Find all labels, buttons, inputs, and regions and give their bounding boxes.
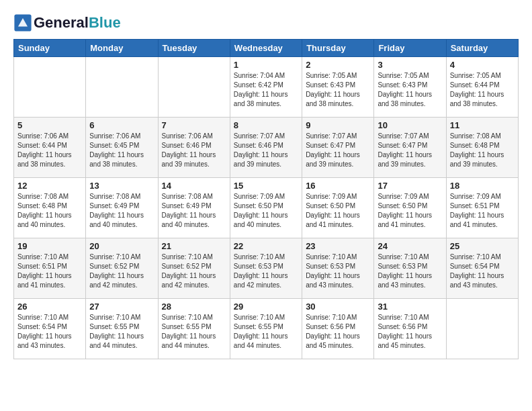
calendar-cell: 31Sunrise: 7:10 AMSunset: 6:56 PMDayligh… — [374, 299, 446, 359]
calendar-cell: 22Sunrise: 7:10 AMSunset: 6:53 PMDayligh… — [230, 238, 302, 299]
calendar-cell: 27Sunrise: 7:10 AMSunset: 6:55 PMDayligh… — [86, 299, 158, 359]
calendar-cell: 14Sunrise: 7:08 AMSunset: 6:49 PMDayligh… — [158, 178, 230, 238]
logo-text: GeneralBlue — [34, 15, 121, 31]
day-number: 15 — [234, 181, 298, 191]
day-info: Sunrise: 7:07 AMSunset: 6:47 PMDaylight:… — [306, 132, 370, 169]
calendar-cell: 15Sunrise: 7:09 AMSunset: 6:50 PMDayligh… — [230, 178, 302, 238]
day-number: 24 — [378, 241, 442, 251]
day-number: 29 — [234, 302, 298, 312]
weekday-header: Sunday — [14, 40, 86, 57]
calendar-cell — [158, 57, 230, 118]
day-number: 3 — [378, 60, 442, 70]
calendar-cell — [86, 57, 158, 118]
calendar-cell: 19Sunrise: 7:10 AMSunset: 6:51 PMDayligh… — [14, 238, 86, 299]
day-number: 25 — [450, 241, 515, 251]
day-number: 20 — [89, 241, 154, 251]
calendar-cell: 5Sunrise: 7:06 AMSunset: 6:44 PMDaylight… — [14, 118, 86, 178]
day-info: Sunrise: 7:09 AMSunset: 6:51 PMDaylight:… — [450, 192, 515, 230]
day-info: Sunrise: 7:06 AMSunset: 6:45 PMDaylight:… — [89, 132, 154, 169]
day-info: Sunrise: 7:10 AMSunset: 6:56 PMDaylight:… — [378, 313, 442, 351]
day-info: Sunrise: 7:09 AMSunset: 6:50 PMDaylight:… — [234, 192, 298, 230]
day-info: Sunrise: 7:07 AMSunset: 6:46 PMDaylight:… — [234, 132, 298, 169]
day-info: Sunrise: 7:10 AMSunset: 6:55 PMDaylight:… — [89, 313, 154, 351]
day-number: 10 — [378, 120, 442, 130]
weekday-header: Saturday — [446, 40, 518, 57]
calendar-cell: 18Sunrise: 7:09 AMSunset: 6:51 PMDayligh… — [446, 178, 518, 238]
calendar-cell: 20Sunrise: 7:10 AMSunset: 6:52 PMDayligh… — [86, 238, 158, 299]
day-info: Sunrise: 7:06 AMSunset: 6:44 PMDaylight:… — [17, 132, 82, 169]
calendar-week-row: 1Sunrise: 7:04 AMSunset: 6:42 PMDaylight… — [14, 57, 519, 118]
day-number: 2 — [306, 60, 370, 70]
day-number: 23 — [306, 241, 370, 251]
day-number: 5 — [17, 120, 82, 130]
day-info: Sunrise: 7:07 AMSunset: 6:47 PMDaylight:… — [378, 132, 442, 169]
day-info: Sunrise: 7:08 AMSunset: 6:48 PMDaylight:… — [450, 132, 515, 169]
weekday-header: Tuesday — [158, 40, 230, 57]
day-info: Sunrise: 7:08 AMSunset: 6:49 PMDaylight:… — [162, 192, 226, 230]
weekday-header: Friday — [374, 40, 446, 57]
day-info: Sunrise: 7:10 AMSunset: 6:52 PMDaylight:… — [89, 253, 154, 290]
calendar-cell: 28Sunrise: 7:10 AMSunset: 6:55 PMDayligh… — [158, 299, 230, 359]
day-number: 18 — [450, 181, 515, 191]
day-info: Sunrise: 7:06 AMSunset: 6:46 PMDaylight:… — [162, 132, 226, 169]
calendar-cell: 6Sunrise: 7:06 AMSunset: 6:45 PMDaylight… — [86, 118, 158, 178]
day-info: Sunrise: 7:10 AMSunset: 6:53 PMDaylight:… — [234, 253, 298, 290]
calendar-cell: 8Sunrise: 7:07 AMSunset: 6:46 PMDaylight… — [230, 118, 302, 178]
day-number: 19 — [17, 241, 82, 251]
day-info: Sunrise: 7:10 AMSunset: 6:56 PMDaylight:… — [306, 313, 370, 351]
calendar-cell: 3Sunrise: 7:05 AMSunset: 6:43 PMDaylight… — [374, 57, 446, 118]
day-number: 13 — [89, 181, 154, 191]
calendar-table: SundayMondayTuesdayWednesdayThursdayFrid… — [13, 39, 519, 359]
day-number: 12 — [17, 181, 82, 191]
day-info: Sunrise: 7:09 AMSunset: 6:50 PMDaylight:… — [378, 192, 442, 230]
day-number: 27 — [89, 302, 154, 312]
calendar-cell: 17Sunrise: 7:09 AMSunset: 6:50 PMDayligh… — [374, 178, 446, 238]
calendar-cell: 7Sunrise: 7:06 AMSunset: 6:46 PMDaylight… — [158, 118, 230, 178]
day-number: 26 — [17, 302, 82, 312]
calendar-cell: 11Sunrise: 7:08 AMSunset: 6:48 PMDayligh… — [446, 118, 518, 178]
calendar-cell: 21Sunrise: 7:10 AMSunset: 6:52 PMDayligh… — [158, 238, 230, 299]
day-info: Sunrise: 7:10 AMSunset: 6:51 PMDaylight:… — [17, 253, 82, 290]
day-info: Sunrise: 7:10 AMSunset: 6:53 PMDaylight:… — [378, 253, 442, 290]
day-number: 31 — [378, 302, 442, 312]
day-number: 8 — [234, 120, 298, 130]
weekday-header-row: SundayMondayTuesdayWednesdayThursdayFrid… — [14, 40, 519, 57]
day-info: Sunrise: 7:10 AMSunset: 6:54 PMDaylight:… — [450, 253, 515, 290]
calendar-cell: 30Sunrise: 7:10 AMSunset: 6:56 PMDayligh… — [302, 299, 374, 359]
calendar-week-row: 19Sunrise: 7:10 AMSunset: 6:51 PMDayligh… — [14, 238, 519, 299]
day-number: 6 — [89, 120, 154, 130]
calendar-cell: 25Sunrise: 7:10 AMSunset: 6:54 PMDayligh… — [446, 238, 518, 299]
calendar-cell — [14, 57, 86, 118]
day-number: 7 — [162, 120, 226, 130]
day-info: Sunrise: 7:09 AMSunset: 6:50 PMDaylight:… — [306, 192, 370, 230]
calendar-cell: 4Sunrise: 7:05 AMSunset: 6:44 PMDaylight… — [446, 57, 518, 118]
day-info: Sunrise: 7:05 AMSunset: 6:43 PMDaylight:… — [378, 71, 442, 109]
calendar-cell: 24Sunrise: 7:10 AMSunset: 6:53 PMDayligh… — [374, 238, 446, 299]
day-info: Sunrise: 7:05 AMSunset: 6:44 PMDaylight:… — [450, 71, 515, 109]
calendar-cell: 9Sunrise: 7:07 AMSunset: 6:47 PMDaylight… — [302, 118, 374, 178]
day-info: Sunrise: 7:08 AMSunset: 6:49 PMDaylight:… — [89, 192, 154, 230]
calendar-cell: 29Sunrise: 7:10 AMSunset: 6:55 PMDayligh… — [230, 299, 302, 359]
day-number: 11 — [450, 120, 515, 130]
day-number: 9 — [306, 120, 370, 130]
day-info: Sunrise: 7:04 AMSunset: 6:42 PMDaylight:… — [234, 71, 298, 109]
calendar-week-row: 5Sunrise: 7:06 AMSunset: 6:44 PMDaylight… — [14, 118, 519, 178]
day-number: 28 — [162, 302, 226, 312]
day-info: Sunrise: 7:10 AMSunset: 6:55 PMDaylight:… — [234, 313, 298, 351]
calendar-cell: 16Sunrise: 7:09 AMSunset: 6:50 PMDayligh… — [302, 178, 374, 238]
calendar-cell: 23Sunrise: 7:10 AMSunset: 6:53 PMDayligh… — [302, 238, 374, 299]
day-number: 4 — [450, 60, 515, 70]
day-number: 1 — [234, 60, 298, 70]
weekday-header: Thursday — [302, 40, 374, 57]
logo-icon — [13, 13, 32, 32]
day-number: 14 — [162, 181, 226, 191]
calendar-cell: 10Sunrise: 7:07 AMSunset: 6:47 PMDayligh… — [374, 118, 446, 178]
weekday-header: Monday — [86, 40, 158, 57]
weekday-header: Wednesday — [230, 40, 302, 57]
calendar-cell: 12Sunrise: 7:08 AMSunset: 6:48 PMDayligh… — [14, 178, 86, 238]
day-number: 17 — [378, 181, 442, 191]
calendar-cell — [446, 299, 518, 359]
day-number: 21 — [162, 241, 226, 251]
day-number: 16 — [306, 181, 370, 191]
day-info: Sunrise: 7:10 AMSunset: 6:55 PMDaylight:… — [162, 313, 226, 351]
